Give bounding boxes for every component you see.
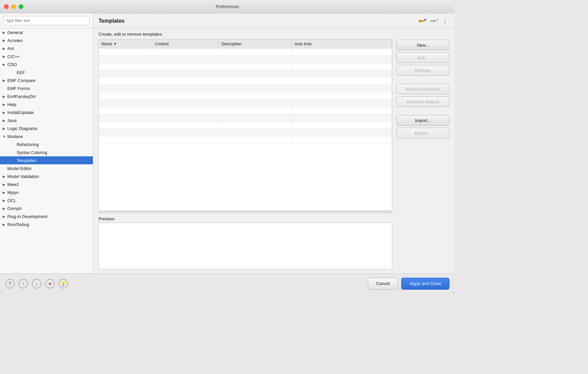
- sidebar-item-oomph[interactable]: ▶ Oomph: [0, 204, 93, 212]
- sidebar-item-java[interactable]: ▶ Java: [0, 116, 93, 124]
- table-body[interactable]: [99, 48, 392, 211]
- sidebar-item-model-validation[interactable]: ▶ Model Validation: [0, 172, 93, 180]
- table-row[interactable]: [99, 129, 392, 136]
- arrow-icon: ▶: [3, 127, 7, 130]
- table-row[interactable]: [99, 48, 392, 56]
- sidebar: ▶ General ▶ Acceleo ▶ Ant ▶ C/C++ ▶ CD: [0, 13, 93, 273]
- back-button[interactable]: [417, 18, 428, 24]
- table-row[interactable]: [99, 92, 392, 100]
- minimize-button[interactable]: [11, 4, 16, 9]
- search-input[interactable]: [3, 16, 90, 25]
- preview-section: Preview:: [99, 216, 392, 269]
- edit-button[interactable]: Edit...: [396, 52, 449, 63]
- preferences-window: Preferences ▶ General ▶ Acceleo ▶ Ant: [0, 0, 455, 293]
- sidebar-item-refactoring[interactable]: Refactoring: [0, 140, 93, 148]
- maximize-button[interactable]: [19, 4, 23, 9]
- sidebar-item-label: Oomph: [7, 206, 22, 211]
- search-container: [0, 13, 93, 28]
- sidebar-item-logic-diagrams[interactable]: ▶ Logic Diagrams: [0, 124, 93, 132]
- sidebar-item-syntax-coloring[interactable]: Syntax Coloring: [0, 148, 93, 156]
- table-cell: [292, 129, 392, 136]
- sidebar-item-ocl[interactable]: ▶ OCL: [0, 196, 93, 204]
- restore-removed-button[interactable]: Restore Removed: [396, 84, 449, 94]
- sidebar-item-emf-forms[interactable]: EMF Forms: [0, 84, 93, 92]
- sidebar-item-install-update[interactable]: ▶ Install/Update: [0, 108, 93, 116]
- sidebar-item-mwe2[interactable]: ▶ Mwe2: [0, 180, 93, 188]
- table-row[interactable]: [99, 70, 392, 78]
- svg-marker-1: [424, 19, 426, 22]
- col-header-context[interactable]: Context: [152, 40, 219, 48]
- arrow-icon: ▶: [3, 215, 7, 218]
- table-row[interactable]: [99, 100, 392, 107]
- table-row[interactable]: [99, 122, 392, 129]
- sidebar-item-label: EMF Compare: [7, 78, 36, 83]
- arrow-icon: ▶: [3, 119, 7, 122]
- svg-marker-2: [430, 19, 436, 23]
- help-icon: ?: [9, 281, 11, 286]
- help-button[interactable]: ?: [5, 279, 15, 288]
- main-content: ▶ General ▶ Acceleo ▶ Ant ▶ C/C++ ▶ CD: [0, 13, 455, 273]
- forward-button[interactable]: [429, 18, 440, 24]
- sidebar-item-mylyn[interactable]: ▶ Mylyn: [0, 188, 93, 196]
- sidebar-item-general[interactable]: ▶ General: [0, 28, 93, 36]
- col-header-name[interactable]: Name ▼: [99, 40, 152, 48]
- tree-container[interactable]: ▶ General ▶ Acceleo ▶ Ant ▶ C/C++ ▶ CD: [0, 28, 93, 273]
- table-header: Name ▼ Context Description Auto Inse: [99, 40, 392, 48]
- sidebar-item-emf-compare[interactable]: ▶ EMF Compare: [0, 76, 93, 84]
- table-cell: [99, 92, 152, 99]
- record-button[interactable]: ●: [45, 279, 55, 288]
- table-cell: [292, 85, 392, 92]
- sidebar-item-ant[interactable]: ▶ Ant: [0, 44, 93, 52]
- import-button[interactable]: Import...: [396, 115, 449, 126]
- table-row[interactable]: [99, 63, 392, 70]
- templates-table[interactable]: Name ▼ Context Description Auto Inse: [99, 39, 392, 211]
- sidebar-item-help[interactable]: ▶ Help: [0, 100, 93, 108]
- remove-button[interactable]: Remove: [396, 65, 449, 76]
- sidebar-item-plugin-development[interactable]: ▶ Plug-in Development: [0, 212, 93, 220]
- table-cell: [152, 85, 219, 92]
- record-icon: ●: [49, 281, 51, 286]
- table-cell: [292, 63, 392, 70]
- sidebar-item-cdo[interactable]: ▶ CDO: [0, 60, 93, 68]
- lightbulb-button[interactable]: 💡: [59, 279, 68, 288]
- sidebar-item-run-debug[interactable]: ▶ Run/Debug: [0, 220, 93, 228]
- horizontal-scrollbar[interactable]: [99, 211, 392, 214]
- table-row[interactable]: [99, 85, 392, 92]
- table-cell: [152, 122, 219, 129]
- table-cell: [292, 136, 392, 143]
- sidebar-item-eef[interactable]: EEF: [0, 68, 93, 76]
- table-row[interactable]: [99, 107, 392, 114]
- export-workspace-button[interactable]: ↓: [32, 279, 41, 288]
- sidebar-item-label: Install/Update: [7, 110, 34, 115]
- import-workspace-button[interactable]: ↑: [19, 279, 28, 288]
- table-cell: [152, 63, 219, 70]
- sidebar-item-label: Syntax Coloring: [17, 150, 47, 155]
- col-header-autoi[interactable]: Auto Inse: [292, 40, 392, 48]
- table-row[interactable]: [99, 114, 392, 122]
- arrow-icon: ▶: [3, 55, 7, 58]
- panel-title: Templates: [99, 18, 125, 24]
- new-button[interactable]: New...: [396, 40, 449, 50]
- sidebar-item-modane[interactable]: ▼ Modane: [0, 132, 93, 140]
- footer: ? ↑ ↓ ● 💡 Cancel Apply and Close: [0, 273, 455, 293]
- sidebar-item-model-editor[interactable]: Model Editor: [0, 164, 93, 172]
- arrow-icon: ▶: [3, 175, 7, 178]
- sidebar-item-acceleo[interactable]: ▶ Acceleo: [0, 36, 93, 44]
- apply-close-button[interactable]: Apply and Close: [401, 278, 449, 290]
- table-row[interactable]: [99, 56, 392, 63]
- cancel-button[interactable]: Cancel: [368, 278, 398, 290]
- description-text: Create, edit or remove templates:: [99, 32, 392, 37]
- col-header-description[interactable]: Description: [219, 40, 292, 48]
- revert-to-default-button[interactable]: Revert to Default: [396, 96, 449, 107]
- sidebar-item-emfparsleydsl[interactable]: ▶ EmfParsleyDsl: [0, 92, 93, 100]
- table-row[interactable]: [99, 78, 392, 85]
- sidebar-item-cpp[interactable]: ▶ C/C++: [0, 52, 93, 60]
- table-cell: [99, 70, 152, 77]
- sidebar-item-templates[interactable]: Templates: [0, 156, 93, 164]
- more-button[interactable]: ⋮: [441, 17, 449, 25]
- sidebar-item-label: Mylyn: [7, 190, 19, 195]
- close-button[interactable]: [4, 4, 9, 9]
- export-button[interactable]: Export...: [396, 128, 449, 138]
- table-cell: [152, 56, 219, 63]
- table-row[interactable]: [99, 136, 392, 144]
